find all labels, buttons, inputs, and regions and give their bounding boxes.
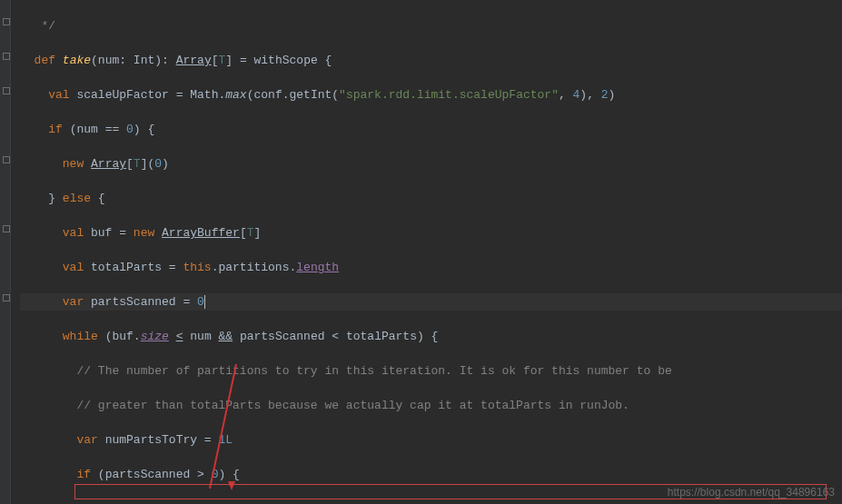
code-line: } else { <box>20 190 842 207</box>
code-editor[interactable]: */ def take(num: Int): Array[T] = withSc… <box>13 0 842 504</box>
fold-marker[interactable] <box>3 87 10 94</box>
fold-marker[interactable] <box>3 156 10 163</box>
fold-marker[interactable] <box>3 294 10 301</box>
fold-marker[interactable] <box>3 18 10 25</box>
text-cursor <box>204 295 205 309</box>
fold-marker[interactable] <box>3 53 10 60</box>
watermark-text: https://blog.csdn.net/qq_34896163 <box>668 484 835 501</box>
code-line: var numPartsToTry = 1L <box>20 431 842 449</box>
code-line: // The number of partitions to try in th… <box>20 362 842 380</box>
code-line: var partsScanned = 0 <box>20 293 842 311</box>
code-line: val scaleUpFactor = Math.max(conf.getInt… <box>20 86 842 104</box>
code-line: if (partsScanned > 0) { <box>20 466 842 483</box>
code-line: // greater than totalParts because we ac… <box>20 397 842 414</box>
code-line: new Array[T](0) <box>20 155 842 173</box>
fold-marker[interactable] <box>3 225 10 232</box>
code-line: val totalParts = this.partitions.length <box>20 259 842 276</box>
code-line: if (num == 0) { <box>20 121 842 138</box>
code-line: while (buf.size < num && partsScanned < … <box>20 328 842 345</box>
code-line: */ <box>20 17 842 35</box>
code-line: val buf = new ArrayBuffer[T] <box>20 224 842 242</box>
code-line: def take(num: Int): Array[T] = withScope… <box>20 52 842 69</box>
gutter <box>0 0 11 504</box>
